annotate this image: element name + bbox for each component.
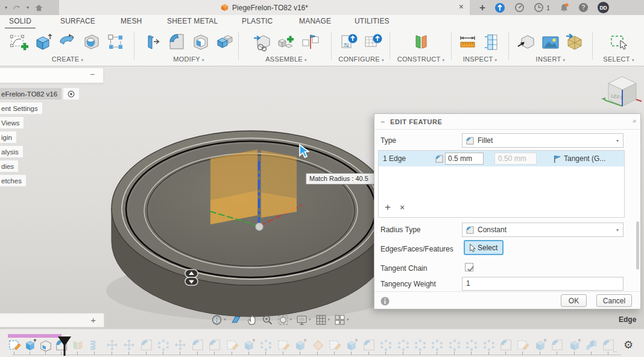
hole-icon[interactable]	[81, 32, 102, 52]
viewports-nav-icon[interactable]: ▾	[334, 314, 349, 326]
timeline-feature-pattern[interactable]	[448, 338, 461, 352]
joint-icon[interactable]	[276, 32, 297, 52]
redo-icon[interactable]	[13, 4, 21, 11]
dialog-header[interactable]: − EDIT FEATURE »	[374, 114, 640, 130]
ribbon-tab-mesh[interactable]: MESH	[121, 17, 142, 25]
ribbon-tab-plastic[interactable]: PLASTIC	[242, 17, 273, 25]
timeline-feature-extrude[interactable]	[568, 338, 581, 352]
configure-table-icon[interactable]	[363, 32, 384, 52]
timeline-feature-pattern[interactable]	[259, 338, 273, 352]
browser-item-igin[interactable]: igin	[0, 131, 16, 143]
measure-icon[interactable]	[458, 32, 478, 52]
display-nav-icon[interactable]: ▾	[296, 314, 311, 326]
timeline-feature-sketch[interactable]	[516, 338, 529, 352]
insert-derive-icon[interactable]	[516, 32, 537, 52]
add-edge-set-button[interactable]: +	[385, 201, 391, 213]
revolve-icon[interactable]	[57, 32, 78, 52]
as-built-joint-icon[interactable]	[300, 32, 321, 52]
view-cube[interactable]: LEFT	[600, 70, 643, 111]
construct-plane-icon[interactable]	[411, 32, 431, 52]
new-tab-button[interactable]: +	[479, 2, 485, 13]
timeline-feature-combine[interactable]	[585, 338, 598, 352]
edge-set-row[interactable]: 1 Edge 0.5 mm 0.50 mm Tangent (G...	[379, 151, 624, 166]
collapse-dialog-icon[interactable]: −	[380, 118, 385, 126]
avatar[interactable]: DD	[598, 2, 609, 13]
dock-panel-icon[interactable]: »	[633, 117, 636, 124]
browser-item-ent-settings[interactable]: ent Settings	[0, 103, 42, 114]
timeline-feature-sketch[interactable]	[226, 338, 239, 352]
help-icon[interactable]: ?	[578, 2, 589, 13]
component-activate-radio-icon[interactable]	[63, 88, 79, 100]
ribbon-tab-utilities[interactable]: UTILITIES	[355, 17, 390, 25]
timeline-feature-extrude[interactable]	[242, 338, 256, 352]
browser-item-etches[interactable]: etches	[0, 175, 26, 186]
section-analysis-icon[interactable]	[482, 32, 502, 52]
close-tab-icon[interactable]: ×	[459, 2, 464, 11]
timeline-feature-extrude[interactable]	[294, 338, 307, 352]
type-dropdown[interactable]: Fillet ▾	[462, 133, 623, 148]
timeline-feature-fillet[interactable]	[499, 338, 513, 352]
sketch-create-icon[interactable]	[9, 32, 30, 52]
tangency-weight-input[interactable]: 1	[462, 277, 623, 291]
timeline-feature-fillet[interactable]	[551, 338, 564, 352]
ok-button[interactable]: OK	[561, 294, 587, 307]
select-tool-icon[interactable]	[608, 32, 629, 52]
timeline-feature-extrude[interactable]	[24, 338, 37, 352]
tangent-chain-checkbox[interactable]	[465, 263, 473, 271]
extrude-icon[interactable]	[33, 32, 54, 52]
timeline-feature-extrude[interactable]	[345, 338, 358, 352]
continuity-dropdown[interactable]: Tangent (G...	[564, 154, 622, 163]
timeline-feature-fillet[interactable]	[191, 338, 204, 352]
group-label-configure[interactable]: CONFIGURE▾	[335, 55, 387, 63]
notifications-icon[interactable]	[559, 2, 569, 13]
info-icon[interactable]	[380, 297, 389, 305]
ribbon-tab-solid[interactable]: SOLID	[9, 17, 31, 25]
timeline-feature-pattern[interactable]	[397, 338, 410, 352]
configure-sheet-icon[interactable]	[339, 32, 359, 52]
document-tab[interactable]: PiegeFrelon-TO82 v16* ×	[59, 0, 470, 15]
ribbon-tab-manage[interactable]: MANAGE	[299, 17, 331, 25]
fit-nav-icon[interactable]: ▾	[277, 314, 292, 326]
timeline-feature-pattern[interactable]	[431, 338, 444, 352]
group-label-assemble[interactable]: ASSEMBLE▾	[243, 55, 329, 63]
press-pull-icon[interactable]	[142, 32, 163, 52]
redo-menu-icon[interactable]: ▾	[27, 5, 29, 10]
fillet-tool-icon[interactable]	[166, 32, 187, 52]
ribbon-tab-sheet-metal[interactable]: SHEET METAL	[167, 17, 218, 25]
timeline-feature-fillet[interactable]	[602, 338, 615, 352]
decal-icon[interactable]	[540, 32, 561, 52]
history-icon[interactable]	[534, 2, 544, 13]
timeline-feature-pattern[interactable]	[414, 338, 427, 352]
remove-edge-set-button[interactable]: ×	[400, 201, 405, 213]
undo-menu-icon[interactable]: ▾	[5, 5, 7, 10]
ribbon-tab-surface[interactable]: SURFACE	[60, 17, 95, 25]
timeline-group-bar[interactable]	[8, 334, 62, 338]
timeline-feature-move[interactable]	[122, 338, 136, 352]
select-edges-button[interactable]: Select	[464, 240, 504, 255]
group-label-inspect[interactable]: INSPECT▾	[454, 55, 506, 63]
home-icon[interactable]	[34, 4, 43, 12]
timeline-feature-hole[interactable]	[39, 338, 52, 352]
timeline-settings-gear-icon[interactable]: ⚙	[623, 340, 633, 350]
browser-item-alysis[interactable]: alysis	[0, 146, 23, 157]
radius-ghost-input[interactable]: 0.50 mm	[494, 153, 537, 165]
timeline-feature-fillet[interactable]	[140, 338, 153, 352]
timeline-feature-fillet[interactable]	[362, 338, 376, 352]
browser-add-icon[interactable]: +	[90, 315, 96, 325]
group-label-insert[interactable]: INSERT▾	[511, 55, 590, 63]
timeline-feature-fillet[interactable]	[208, 338, 221, 352]
timeline-feature-pattern[interactable]	[465, 338, 478, 352]
grid-nav-icon[interactable]: ▾	[315, 314, 330, 326]
browser-item-efrelon-to82-v16[interactable]: eFrelon-TO82 v16	[0, 88, 79, 100]
viewport[interactable]: − eFrelon-TO82 v16ent SettingsViewsigina…	[0, 66, 644, 329]
insert-mesh-icon[interactable]	[564, 32, 585, 52]
browser-item-views[interactable]: Views	[0, 117, 24, 128]
group-label-create[interactable]: CREATE▾	[4, 55, 131, 63]
pan-nav-icon[interactable]	[246, 314, 257, 326]
timeline-feature-coil[interactable]	[88, 338, 101, 352]
timeline-feature-pattern[interactable]	[379, 338, 393, 352]
group-label-modify[interactable]: MODIFY▾	[140, 55, 237, 63]
zoom-nav-icon[interactable]	[262, 314, 273, 326]
cancel-button[interactable]: Cancel	[596, 294, 632, 307]
shell-icon[interactable]	[191, 32, 211, 52]
